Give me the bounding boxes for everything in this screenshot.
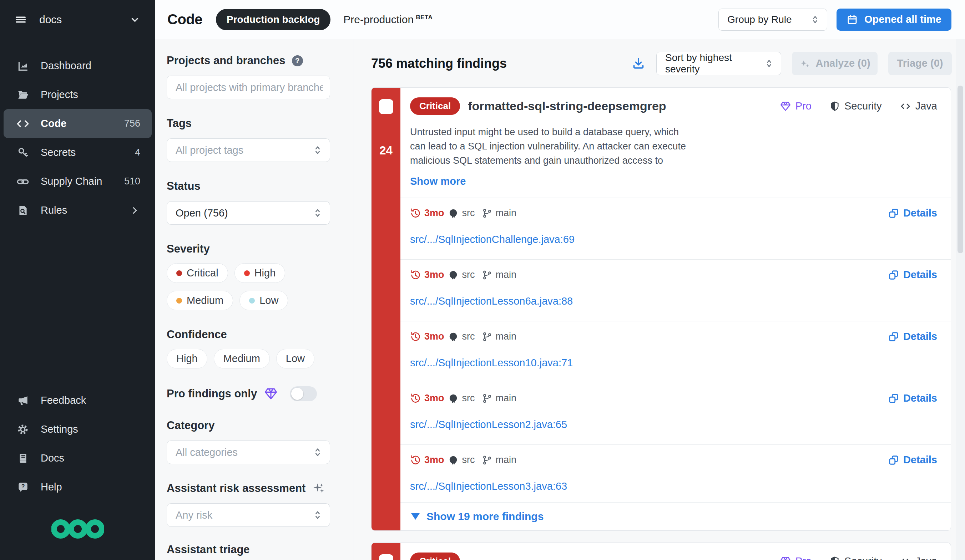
chevron-right-icon — [129, 205, 140, 216]
github-icon — [448, 208, 459, 219]
gear-icon — [16, 423, 29, 436]
sidebar-item-supply-chain[interactable]: Supply Chain 510 — [0, 167, 155, 196]
finding-file-link[interactable]: src/.../SqlInjectionLesson2.java:65 — [410, 419, 567, 431]
history-icon — [410, 269, 421, 280]
help-circle-icon[interactable]: ? — [292, 55, 303, 66]
severity-chip-medium[interactable]: Medium — [167, 291, 233, 310]
scrollbar[interactable] — [956, 39, 965, 560]
analyze-button[interactable]: Analyze (0) — [792, 52, 878, 75]
assistant-risk-value: Any risk — [176, 509, 213, 521]
filter-panel: Projects and branches ? Tags All project… — [155, 39, 354, 560]
severity-chip-high[interactable]: High — [234, 263, 286, 283]
group-by-select[interactable]: Group by Rule — [718, 8, 827, 31]
finding-group-count: 24 — [371, 144, 401, 157]
language-tag: Java — [900, 100, 937, 112]
calendar-icon — [847, 14, 858, 25]
sidebar-footer-nav: Feedback Settings Docs ? Help — [0, 374, 155, 501]
shield-icon — [829, 101, 840, 112]
org-switcher[interactable]: docs — [0, 0, 155, 39]
finding-file-link[interactable]: src/.../SqlInjectionLesson6a.java:88 — [410, 296, 573, 307]
beta-badge: BETA — [416, 14, 433, 21]
show-more-link[interactable]: Show more — [410, 175, 937, 187]
analyze-label: Analyze (0) — [816, 57, 870, 69]
show-more-findings-link[interactable]: Show 19 more findings — [401, 502, 951, 531]
sidebar-item-secrets[interactable]: Secrets 4 — [0, 138, 155, 167]
assistant-risk-select[interactable]: Any risk — [167, 503, 330, 527]
severity-badge: Critical — [410, 97, 460, 115]
confidence-chip-high[interactable]: High — [167, 349, 207, 369]
sidebar-item-help[interactable]: ? Help — [0, 473, 155, 501]
confidence-chip-medium[interactable]: Medium — [214, 349, 270, 369]
details-link[interactable]: Details — [888, 207, 937, 219]
details-link[interactable]: Details — [888, 269, 937, 281]
projects-search-input[interactable] — [176, 82, 322, 93]
confidence-chip-low[interactable]: Low — [276, 349, 314, 369]
triage-label: Triage (0) — [897, 57, 943, 69]
git-branch-icon — [482, 332, 492, 342]
finding-row: 3mo src main Details — [401, 444, 951, 506]
finding-group-checkbox[interactable] — [379, 99, 393, 114]
pro-tag[interactable]: Pro — [780, 555, 811, 560]
finding-file-link[interactable]: src/.../SqlInjectionLesson10.java:71 — [410, 357, 573, 369]
finding-row: 3mo src main Details — [401, 321, 951, 383]
finding-file-link[interactable]: src/.../SqlInjectionLesson3.java:63 — [410, 480, 567, 492]
tags-filter-label: Tags — [167, 117, 354, 130]
sidebar-item-dashboard[interactable]: Dashboard — [0, 51, 155, 80]
date-filter-button[interactable]: Opened all time — [836, 8, 952, 31]
branch-name: main — [496, 393, 517, 404]
download-icon[interactable] — [631, 56, 646, 71]
sort-select[interactable]: Sort by highest severity — [656, 52, 781, 75]
repo-name[interactable]: src — [462, 393, 475, 404]
chevron-down-icon[interactable] — [129, 13, 141, 26]
status-select-value: Open (756) — [176, 207, 228, 219]
sidebar-item-label: Rules — [41, 204, 67, 216]
tab-pre-production[interactable]: Pre-production BETA — [343, 13, 433, 26]
gem-icon — [264, 388, 278, 400]
category-select[interactable]: All categories — [167, 441, 330, 464]
hamburger-menu-icon[interactable] — [14, 13, 27, 26]
details-link[interactable]: Details — [888, 331, 937, 343]
tab-production-backlog[interactable]: Production backlog — [216, 9, 330, 30]
repo-name[interactable]: src — [462, 454, 475, 465]
tags-select[interactable]: All project tags — [167, 139, 330, 162]
sidebar-item-settings[interactable]: Settings — [0, 415, 155, 444]
finding-row: 3mo src main Details — [401, 383, 951, 444]
repo-name[interactable]: src — [462, 331, 475, 342]
details-panel-icon — [888, 208, 899, 219]
finding-age: 3mo — [424, 207, 444, 219]
sidebar-item-label: Docs — [41, 452, 64, 464]
finding-group-checkbox[interactable] — [379, 554, 393, 560]
status-select[interactable]: Open (756) — [167, 201, 330, 225]
sidebar-item-code[interactable]: Code 756 — [3, 109, 152, 138]
triage-button[interactable]: Triage (0) — [888, 52, 952, 75]
finding-file-link[interactable]: src/.../SqlInjectionChallenge.java:69 — [410, 233, 574, 245]
github-icon — [448, 269, 459, 280]
details-panel-icon — [888, 393, 899, 404]
pro-tag[interactable]: Pro — [780, 100, 811, 112]
book-icon — [16, 452, 29, 464]
repo-name[interactable]: src — [462, 269, 475, 280]
top-header: Code Production backlog Pre-production B… — [155, 0, 965, 39]
severity-chip-critical[interactable]: Critical — [167, 263, 228, 283]
select-stepper-icon — [312, 510, 322, 520]
semgrep-logo — [0, 501, 155, 560]
select-stepper-icon — [312, 145, 322, 155]
gem-icon — [780, 101, 791, 111]
sidebar-item-rules[interactable]: Rules — [0, 196, 155, 225]
tags-select-value: All project tags — [176, 144, 244, 156]
finding-row: 3mo src main Details — [401, 259, 951, 321]
sidebar-item-feedback[interactable]: Feedback — [0, 386, 155, 415]
sidebar-item-badge: 510 — [124, 176, 140, 187]
language-tag: Java — [900, 555, 937, 560]
details-link[interactable]: Details — [888, 392, 937, 404]
sidebar-item-docs[interactable]: Docs — [0, 444, 155, 473]
severity-chip-low[interactable]: Low — [239, 291, 288, 310]
sidebar-item-projects[interactable]: Projects — [0, 80, 155, 109]
history-icon — [410, 393, 421, 404]
pro-findings-toggle[interactable] — [290, 386, 317, 401]
git-branch-icon — [482, 270, 492, 280]
details-link[interactable]: Details — [888, 454, 937, 466]
repo-name[interactable]: src — [462, 207, 475, 219]
scrollbar-thumb[interactable] — [957, 86, 963, 253]
projects-filter-input[interactable] — [167, 76, 330, 99]
